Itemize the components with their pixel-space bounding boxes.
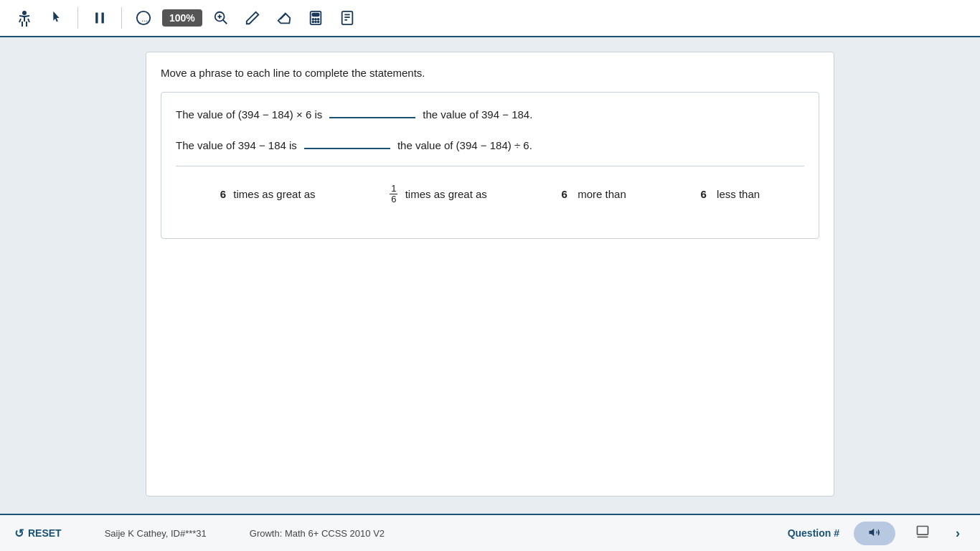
reset-button[interactable]: ↺ RESET: [14, 527, 62, 540]
audio-button[interactable]: [854, 522, 895, 545]
svg-rect-1: [95, 13, 98, 24]
audio-icon: [868, 526, 881, 541]
opt2-numerator: 1: [390, 184, 397, 194]
toolbar-divider: [77, 7, 78, 29]
zoom-in-button[interactable]: [208, 5, 234, 31]
svg-point-17: [318, 22, 319, 23]
notepad-button[interactable]: [334, 5, 360, 31]
option-6-more-than[interactable]: 6 more than: [553, 184, 635, 204]
pencil-button[interactable]: [240, 5, 265, 31]
option-1-6th-times-as-great[interactable]: 1 6 times as great as: [381, 179, 496, 209]
statements-area: The value of (394 − 184) × 6 is the valu…: [161, 92, 819, 239]
svg-rect-2: [102, 13, 104, 24]
opt2-fraction: 1 6: [390, 184, 397, 205]
next-button[interactable]: ›: [950, 523, 966, 544]
svg-point-13: [315, 19, 316, 20]
user-info: Saije K Cathey, ID#***31: [105, 528, 207, 539]
pause-button[interactable]: [87, 5, 113, 31]
toolbar-divider-2: [121, 7, 122, 29]
svg-point-15: [312, 22, 314, 23]
main-content: Move a phrase to each line to complete t…: [0, 37, 980, 514]
option-6-less-than[interactable]: 6 less than: [692, 184, 768, 204]
svg-line-6: [223, 20, 227, 24]
toolbar: ... 100%: [0, 0, 980, 37]
svg-point-16: [315, 22, 316, 23]
option-6-times-as-great[interactable]: 6 times as great as: [212, 184, 324, 204]
options-area: 6 times as great as 1 6 times as great a…: [176, 166, 804, 224]
stmt1-pre-blank: The value of (394 − 184) × 6 is: [176, 108, 322, 121]
stmt1-post-blank: the value of 394 − 184.: [423, 108, 532, 121]
zoom-button[interactable]: 100%: [162, 9, 202, 27]
bottom-bar: ↺ RESET Saije K Cathey, ID#***31 Growth:…: [0, 514, 980, 551]
question-container: Move a phrase to each line to complete t…: [146, 52, 834, 496]
opt2-denominator: 6: [390, 194, 397, 204]
svg-point-14: [318, 19, 319, 20]
test-info: Growth: Math 6+ CCSS 2010 V2: [250, 528, 385, 539]
question-nav: Question #: [788, 527, 839, 539]
opt2-text: times as great as: [402, 188, 486, 200]
flag-button[interactable]: [910, 522, 936, 545]
pointer-button[interactable]: [43, 5, 69, 31]
svg-point-0: [22, 11, 27, 15]
opt3-text: more than: [572, 188, 626, 200]
calculator-button[interactable]: [303, 5, 329, 31]
reset-label: RESET: [28, 527, 62, 539]
instruction-text: Move a phrase to each line to complete t…: [161, 67, 819, 79]
opt3-number: 6: [562, 188, 567, 200]
reset-icon: ↺: [14, 527, 24, 540]
svg-rect-22: [918, 526, 928, 534]
opt1-text: times as great as: [230, 188, 315, 200]
opt1-number: 6: [220, 188, 226, 200]
stmt1-blank[interactable]: [329, 104, 415, 118]
stmt2-blank[interactable]: [304, 135, 390, 149]
comment-button[interactable]: ...: [131, 5, 156, 31]
accessibility-button[interactable]: [11, 5, 37, 31]
statement-row-1: The value of (394 − 184) × 6 is the valu…: [176, 104, 804, 121]
opt4-text: less than: [711, 188, 760, 200]
opt4-number: 6: [700, 188, 706, 200]
stmt2-post-blank: the value of (394 − 184) ÷ 6.: [397, 139, 532, 151]
stmt2-pre-blank: The value of 394 − 184 is: [176, 139, 297, 151]
svg-text:...: ...: [141, 14, 148, 23]
svg-rect-11: [312, 14, 319, 17]
eraser-button[interactable]: [271, 5, 297, 31]
statement-row-2: The value of 394 − 184 is the value of (…: [176, 135, 804, 151]
svg-line-9: [280, 14, 285, 19]
svg-point-12: [312, 19, 314, 20]
